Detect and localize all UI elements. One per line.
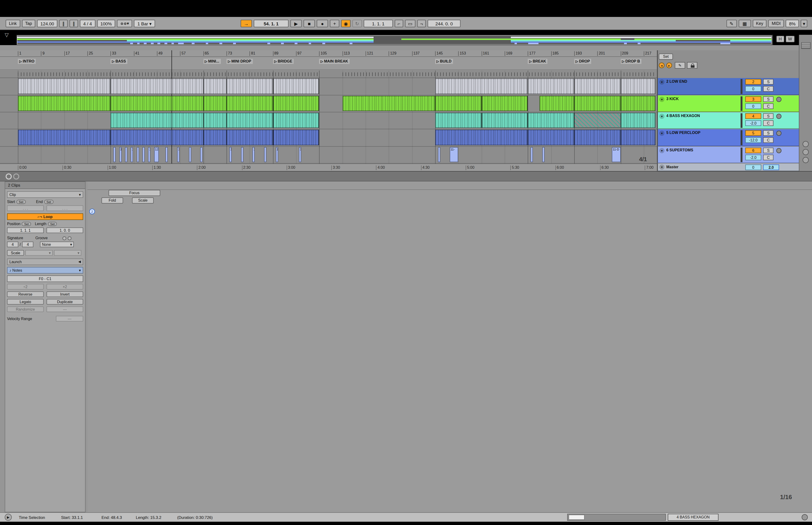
reverse-button[interactable]: Reverse [7, 291, 44, 297]
record-button[interactable]: ● [317, 20, 328, 27]
track-number-badge[interactable]: 3 [745, 96, 761, 102]
track-header-5-low-percloop[interactable]: ▾5 LOW PERCLOOP5S-12.0C [657, 129, 799, 146]
clip-kick[interactable] [342, 96, 435, 111]
length-value[interactable]: 1. 0. 0 [47, 227, 83, 233]
duplicate-button[interactable]: Duplicate [47, 299, 83, 304]
punch-out-button[interactable]: ¬ [417, 20, 426, 27]
track-collapse-icon[interactable]: ▾ [659, 97, 664, 102]
clip-low-percloop[interactable] [574, 130, 621, 145]
arm-button[interactable] [776, 148, 781, 153]
zoom-width-button[interactable]: W [786, 36, 794, 42]
play-button[interactable]: ▶ [290, 20, 302, 27]
track-number-badge[interactable]: 4 [745, 113, 761, 119]
solo-button[interactable]: S [763, 96, 773, 102]
launch-section-bar[interactable]: Launch ◀ [7, 258, 83, 265]
locator-next-button[interactable]: ▸ [666, 62, 672, 68]
clip-low-percloop[interactable] [273, 130, 319, 145]
clip-supertoms[interactable] [200, 147, 203, 162]
cpu-meter[interactable]: 8% [786, 20, 799, 27]
clip-supertoms[interactable] [241, 147, 243, 162]
locator-bridge[interactable]: ▷BRIDGE [273, 59, 294, 64]
status-play-icon[interactable]: ▶ [5, 514, 12, 521]
clip-kick[interactable] [481, 96, 528, 111]
nudge-down-button[interactable]: ∥ [59, 20, 68, 27]
clip-low-end[interactable] [574, 78, 621, 94]
set-length-button[interactable]: Set [48, 222, 57, 226]
arrangement-scroll-icon[interactable]: ▽ [5, 32, 9, 38]
locator-main-break[interactable]: ▷MAIN BREAK [319, 59, 350, 64]
volume-value[interactable]: 0 [745, 86, 761, 92]
link-button[interactable]: Link [6, 20, 20, 27]
track-collapse-icon[interactable]: ▾ [659, 79, 664, 85]
clip-supertoms[interactable] [142, 147, 145, 162]
status-clip-name[interactable]: 4 BASS HEXAGON [668, 514, 719, 521]
loop-toggle-button[interactable]: ⌐¬Loop [7, 213, 83, 220]
detail-zoom-scrollbar[interactable] [567, 514, 666, 521]
set-locator-button[interactable]: Set [659, 54, 673, 60]
clip-supertoms[interactable] [189, 147, 191, 162]
clip-kick[interactable] [227, 96, 273, 111]
clip-kick[interactable] [18, 96, 111, 111]
clip-kick[interactable] [574, 96, 621, 111]
reenable-automation-button[interactable]: ↻ [352, 20, 362, 27]
groove-hotswap-icon[interactable] [68, 236, 72, 240]
legato-button[interactable]: Legato [7, 299, 44, 304]
notes-section-bar[interactable]: ♪ Notes ▾ [7, 267, 83, 273]
volume-value[interactable]: -2.0 [745, 155, 761, 160]
track-header-4-bass-hexagon[interactable]: ▾4 BASS HEXAGON4S-2.0C [657, 112, 799, 129]
clip-bass-hexagon[interactable] [203, 113, 227, 128]
clip-supertoms[interactable] [531, 147, 533, 162]
locator-intro[interactable]: ▷INTRO [18, 59, 36, 64]
double-time-button[interactable]: ×2 [47, 284, 83, 289]
clip-low-end[interactable] [203, 78, 227, 94]
randomize-button[interactable]: Randomize [7, 306, 44, 312]
volume-value[interactable]: -2.0 [745, 120, 761, 126]
arrangement-position-value[interactable]: 54. 1. 1 [254, 20, 289, 27]
clip-bass-hexagon[interactable] [273, 113, 319, 128]
clip-bass-hexagon-fade[interactable] [574, 113, 621, 128]
set-start-button[interactable]: Set [16, 200, 26, 204]
metronome-button[interactable]: ▾ [117, 20, 132, 27]
locator-drop-b[interactable]: ▷DROP B [621, 59, 641, 64]
clip-bass-hexagon[interactable] [481, 113, 528, 128]
crossfade-button[interactable]: C [763, 86, 773, 92]
clip-low-percloop[interactable] [111, 130, 203, 145]
solo-button[interactable]: S [763, 148, 773, 153]
track-number-badge[interactable]: 6 [745, 148, 761, 153]
loop-switch-button[interactable]: ▭ [405, 20, 415, 27]
overdub-button[interactable]: + [330, 20, 339, 27]
crossfade-button[interactable]: C [763, 120, 773, 126]
clip-panel-header[interactable]: 2 Clips [5, 182, 85, 189]
set-end-button[interactable]: Set [44, 200, 53, 204]
zoom-height-button[interactable]: H [776, 36, 784, 42]
clip-supertoms[interactable]: 1 [119, 147, 122, 162]
follow-button[interactable]: → [241, 20, 252, 27]
arm-button[interactable] [776, 114, 781, 119]
clip-low-percloop[interactable] [528, 130, 574, 145]
clip-low-end[interactable] [621, 78, 655, 94]
clip-low-percloop[interactable] [621, 130, 655, 145]
lane-toggle-icon[interactable] [802, 141, 809, 147]
locator-prev-button[interactable]: ◂ [659, 62, 664, 68]
status-circle-icon[interactable] [802, 514, 808, 520]
scale-toggle-button[interactable]: Scale [7, 250, 24, 256]
clip-supertoms[interactable]: 1 [299, 147, 301, 162]
tap-tempo-button[interactable]: Tap [22, 20, 35, 27]
clip-low-percloop[interactable] [435, 130, 528, 145]
arrangement-bar-ruler[interactable]: 1917253341495765738189971051131211291371… [0, 50, 657, 57]
focus-button[interactable]: Focus [109, 190, 160, 196]
lane-toggle-icon[interactable] [802, 149, 809, 155]
arrangement-playhead[interactable] [171, 50, 172, 171]
solo-button[interactable]: S [763, 113, 773, 119]
midi-map-button[interactable]: MIDI [768, 20, 784, 27]
signature-denominator[interactable]: 4 [22, 242, 33, 247]
clip-kick[interactable] [273, 96, 319, 111]
clip-mini-clips[interactable] [18, 72, 319, 76]
scale-name-select[interactable]: ▾ [54, 250, 81, 256]
clip-low-percloop[interactable] [227, 130, 273, 145]
time-signature-value[interactable]: 4 / 4 [80, 20, 95, 27]
clip-kick[interactable] [203, 96, 227, 111]
locator-drop[interactable]: ▷DROP [574, 59, 592, 64]
track-header-6-supertoms[interactable]: ▾6 SUPERTOMS6S-2.0C [657, 147, 799, 163]
master-right-value[interactable]: 2.0 [763, 165, 779, 170]
